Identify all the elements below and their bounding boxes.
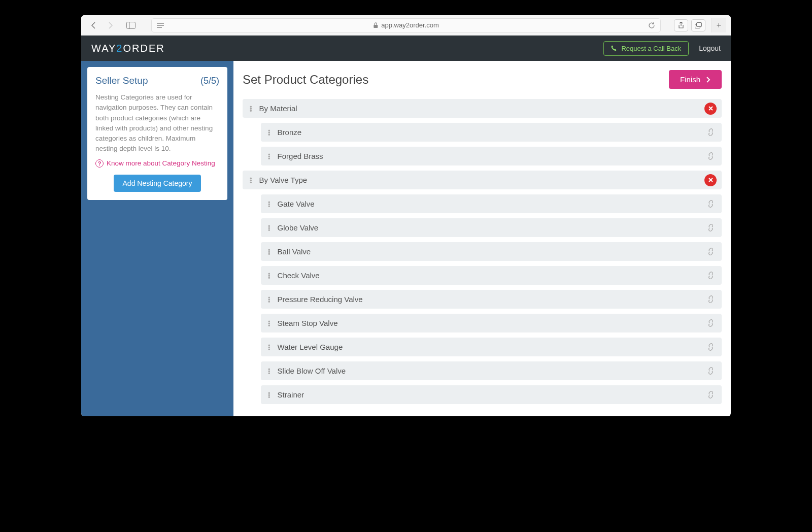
category-child-label: Slide Blow Off Valve [278,367,346,375]
link-icon[interactable] [707,391,715,398]
category-child[interactable]: •••Ball Valve [261,242,722,261]
category-child-label: Globe Valve [278,223,319,232]
tabs-icon[interactable] [691,19,705,31]
category-child[interactable]: •••Pressure Reducing Valve [261,290,722,309]
link-icon[interactable] [707,367,715,375]
link-icon[interactable] [707,200,715,208]
category-child-label: Steam Stop Valve [278,319,338,327]
link-icon[interactable] [707,295,715,303]
link-icon[interactable] [707,128,715,136]
category-child-label: Pressure Reducing Valve [278,295,363,304]
svg-rect-5 [374,25,378,28]
share-icon[interactable] [674,19,688,31]
sidebar: Seller Setup (5/5) Nesting Categories ar… [81,61,233,416]
address-bar[interactable]: app.way2order.com [151,18,661,32]
drag-handle-icon[interactable]: ••• [268,153,270,159]
know-more-link[interactable]: ? Know more about Category Nesting [95,159,219,168]
logo-part2: ORDER [123,43,164,54]
category-label: By Material [259,104,297,113]
help-icon: ? [95,159,104,168]
url-display: app.way2order.com [373,21,438,29]
delete-button[interactable] [704,103,717,115]
category-child-label: Check Valve [278,271,320,280]
request-callback-button[interactable]: Request a Call Back [603,41,689,56]
app-header: WAY2ORDER Request a Call Back Logout [81,36,731,61]
reader-icon[interactable] [157,23,164,28]
logo-accent: 2 [116,43,123,54]
browser-toolbar: app.way2order.com + [81,15,731,36]
category-child-label: Forged Brass [278,152,323,160]
category-list: •••By Material•••Bronze•••Forged Brass••… [243,99,722,404]
category-child-label: Water Level Gauge [278,343,343,351]
category-child[interactable]: •••Water Level Gauge [261,338,722,356]
drag-handle-icon[interactable]: ••• [268,296,270,303]
drag-handle-icon[interactable]: ••• [268,344,270,350]
svg-rect-0 [127,22,136,28]
sidebar-card: Seller Setup (5/5) Nesting Categories ar… [87,67,227,200]
drag-handle-icon[interactable]: ••• [268,320,270,326]
app-body: Seller Setup (5/5) Nesting Categories ar… [81,61,731,416]
phone-icon [611,45,617,51]
main-header: Set Product Categories Finish [243,70,722,89]
know-more-label: Know more about Category Nesting [107,159,215,167]
category-child[interactable]: •••Check Valve [261,266,722,285]
category-child[interactable]: •••Forged Brass [261,147,722,165]
sidebar-title-row: Seller Setup (5/5) [95,75,219,86]
link-icon[interactable] [707,224,715,231]
drag-handle-icon[interactable]: ••• [250,177,252,183]
drag-handle-icon[interactable]: ••• [268,249,270,255]
category-child[interactable]: •••Bronze [261,123,722,142]
category-child-label: Bronze [278,128,302,137]
category-parent[interactable]: •••By Valve Type [243,171,722,189]
drag-handle-icon[interactable]: ••• [268,201,270,207]
delete-button[interactable] [704,174,717,186]
link-icon[interactable] [707,272,715,279]
link-icon[interactable] [707,248,715,255]
category-parent[interactable]: •••By Material [243,99,722,118]
forward-button[interactable] [104,18,118,32]
svg-rect-7 [697,22,702,26]
category-child[interactable]: •••Gate Valve [261,194,722,213]
reload-icon[interactable] [648,22,655,29]
finish-button[interactable]: Finish [669,70,722,89]
category-label: By Valve Type [259,176,308,184]
category-child[interactable]: •••Strainer [261,385,722,404]
drag-handle-icon[interactable]: ••• [250,106,252,112]
main-content: Set Product Categories Finish •••By Mate… [233,61,731,416]
sidebar-title: Seller Setup [95,75,148,86]
page-title: Set Product Categories [243,73,368,87]
toolbar-actions: + [674,18,726,32]
category-child[interactable]: •••Globe Valve [261,218,722,237]
category-child-label: Gate Valve [278,200,315,208]
category-child[interactable]: •••Slide Blow Off Valve [261,361,722,380]
drag-handle-icon[interactable]: ••• [268,392,270,398]
drag-handle-icon[interactable]: ••• [268,273,270,279]
category-child[interactable]: •••Steam Stop Valve [261,314,722,332]
category-child-label: Strainer [278,390,304,399]
url-text: app.way2order.com [381,21,438,29]
finish-label: Finish [680,75,700,84]
callback-label: Request a Call Back [621,45,681,52]
lock-icon [373,22,378,28]
drag-handle-icon[interactable]: ••• [268,225,270,231]
chevron-right-icon [706,77,710,83]
link-icon[interactable] [707,343,715,351]
add-nesting-category-button[interactable]: Add Nesting Category [114,175,201,192]
sidebar-toggle-icon[interactable] [124,18,138,32]
link-icon[interactable] [707,319,715,327]
drag-handle-icon[interactable]: ••• [268,368,270,374]
header-actions: Request a Call Back Logout [603,41,721,56]
logo-part1: WAY [91,43,116,54]
new-tab-button[interactable]: + [712,18,726,32]
app-logo[interactable]: WAY2ORDER [91,43,165,54]
drag-handle-icon[interactable]: ••• [268,129,270,136]
sidebar-step: (5/5) [200,76,219,86]
back-button[interactable] [86,18,100,32]
category-child-label: Ball Valve [278,247,311,256]
sidebar-description: Nesting Categories are used for navigati… [95,92,219,154]
link-icon[interactable] [707,152,715,160]
logout-link[interactable]: Logout [699,44,721,52]
browser-window: app.way2order.com + WAY2ORDER R [81,15,731,416]
